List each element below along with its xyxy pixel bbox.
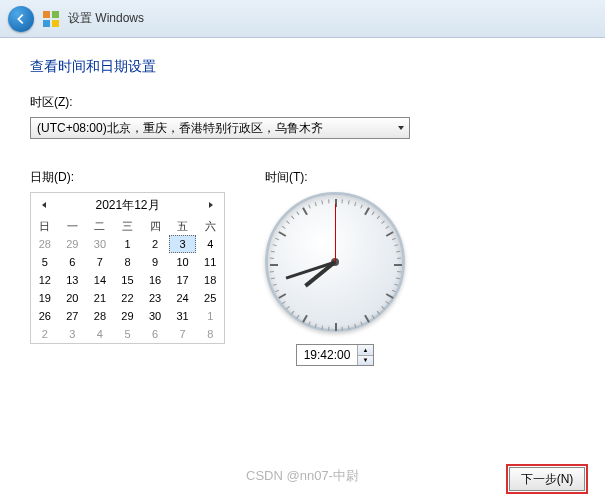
calendar-day[interactable]: 26 (31, 307, 59, 325)
calendar-dow: 三 (114, 217, 142, 235)
clock-sec-hand (335, 204, 336, 262)
calendar-day[interactable]: 8 (114, 253, 142, 271)
calendar-day[interactable]: 25 (196, 289, 224, 307)
calendar-day[interactable]: 9 (141, 253, 169, 271)
calendar-day[interactable]: 6 (59, 253, 87, 271)
calendar-day[interactable]: 30 (141, 307, 169, 325)
timezone-dropdown[interactable]: (UTC+08:00)北京，重庆，香港特别行政区，乌鲁木齐 (30, 117, 410, 139)
svg-rect-0 (43, 11, 50, 18)
arrow-left-icon (14, 12, 28, 26)
calendar-day[interactable]: 24 (169, 289, 197, 307)
calendar-day[interactable]: 22 (114, 289, 142, 307)
calendar-day[interactable]: 4 (86, 325, 114, 343)
next-button[interactable]: 下一步(N) (509, 467, 585, 491)
calendar-day[interactable]: 19 (31, 289, 59, 307)
calendar-day[interactable]: 7 (169, 325, 197, 343)
watermark: CSDN @nn07-中尉 (246, 467, 359, 485)
calendar-day[interactable]: 7 (86, 253, 114, 271)
calendar-day[interactable]: 30 (86, 235, 114, 253)
calendar-day[interactable]: 1 (196, 307, 224, 325)
calendar-next-button[interactable] (204, 198, 218, 212)
date-label: 日期(D): (30, 169, 225, 186)
page-heading: 查看时间和日期设置 (30, 58, 575, 76)
chevron-down-icon (397, 124, 405, 132)
time-down-button[interactable]: ▼ (358, 356, 373, 366)
windows-icon (42, 10, 60, 28)
calendar-day[interactable]: 6 (141, 325, 169, 343)
calendar-dow: 日 (31, 217, 59, 235)
timezone-value: (UTC+08:00)北京，重庆，香港特别行政区，乌鲁木齐 (37, 120, 323, 137)
calendar-day[interactable]: 13 (59, 271, 87, 289)
calendar-day[interactable]: 12 (31, 271, 59, 289)
calendar-day[interactable]: 21 (86, 289, 114, 307)
calendar-day[interactable]: 17 (169, 271, 197, 289)
calendar-day[interactable]: 28 (86, 307, 114, 325)
calendar-day[interactable]: 31 (169, 307, 197, 325)
calendar-day[interactable]: 16 (141, 271, 169, 289)
calendar-day[interactable]: 11 (196, 253, 224, 271)
calendar-day[interactable]: 27 (59, 307, 87, 325)
back-button[interactable] (8, 6, 34, 32)
window-title: 设置 Windows (68, 10, 144, 27)
analog-clock (265, 192, 405, 332)
calendar-day[interactable]: 3 (169, 235, 197, 253)
calendar-day[interactable]: 3 (59, 325, 87, 343)
calendar-day[interactable]: 14 (86, 271, 114, 289)
calendar-day[interactable]: 28 (31, 235, 59, 253)
calendar-title: 2021年12月 (95, 197, 159, 214)
calendar-day[interactable]: 2 (31, 325, 59, 343)
calendar-day[interactable]: 18 (196, 271, 224, 289)
time-label: 时间(T): (265, 169, 405, 186)
calendar-day[interactable]: 23 (141, 289, 169, 307)
time-up-button[interactable]: ▲ (358, 345, 373, 356)
calendar-dow: 一 (59, 217, 87, 235)
calendar-day[interactable]: 10 (169, 253, 197, 271)
calendar-day[interactable]: 20 (59, 289, 87, 307)
time-spinner[interactable]: ▲ ▼ (296, 344, 374, 366)
calendar-day[interactable]: 5 (114, 325, 142, 343)
svg-rect-1 (52, 11, 59, 18)
calendar-day[interactable]: 4 (196, 235, 224, 253)
chevron-right-icon (207, 201, 215, 209)
calendar-dow: 五 (169, 217, 197, 235)
calendar-day[interactable]: 29 (59, 235, 87, 253)
calendar-day[interactable]: 2 (141, 235, 169, 253)
calendar-day[interactable]: 29 (114, 307, 142, 325)
calendar-dow: 四 (141, 217, 169, 235)
calendar-prev-button[interactable] (37, 198, 51, 212)
calendar-day[interactable]: 5 (31, 253, 59, 271)
calendar-dow: 二 (86, 217, 114, 235)
time-input[interactable] (297, 345, 357, 365)
svg-rect-3 (52, 20, 59, 27)
calendar-day[interactable]: 1 (114, 235, 142, 253)
calendar-day[interactable]: 15 (114, 271, 142, 289)
calendar: 2021年12月 日一二三四五六 28293012345678910111213… (30, 192, 225, 344)
svg-rect-2 (43, 20, 50, 27)
calendar-dow: 六 (196, 217, 224, 235)
calendar-day[interactable]: 8 (196, 325, 224, 343)
chevron-left-icon (40, 201, 48, 209)
timezone-label: 时区(Z): (30, 94, 575, 111)
